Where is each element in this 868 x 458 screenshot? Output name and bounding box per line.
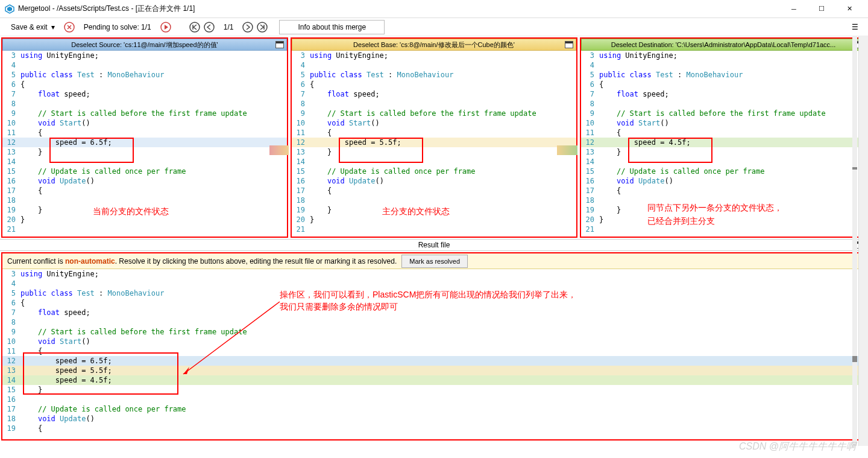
chevron-down-icon: ▾ bbox=[51, 23, 55, 31]
maximize-pane-icon[interactable] bbox=[565, 41, 573, 48]
save-exit-button[interactable]: Save & exit ▾ bbox=[5, 21, 61, 34]
result-header: Result file bbox=[0, 239, 868, 251]
base-header-label: Deselect Base: 'cs:8@/main/修改最后一个Cube的颜色… bbox=[353, 40, 515, 49]
info-merge-button[interactable]: Info about this merge bbox=[279, 20, 385, 34]
minimize-button[interactable]: ─ bbox=[780, 0, 808, 18]
conflict-type: non-automatic bbox=[65, 257, 115, 266]
conflict-message: Current conflict is non-automatic. Resol… bbox=[7, 257, 397, 266]
next-icon[interactable] bbox=[242, 21, 254, 33]
dest-pane: Deselect Destination: 'C:\Users\Administ… bbox=[580, 37, 867, 238]
base-header[interactable]: Deselect Base: 'cs:8@/main/修改最后一个Cube的颜色… bbox=[292, 39, 576, 51]
window-titlebar: Mergetool - /Assets/Scripts/Test.cs - [正… bbox=[0, 0, 868, 18]
mark-resolved-button[interactable]: Mark as resolved bbox=[401, 255, 468, 268]
svg-point-6 bbox=[243, 22, 253, 32]
close-circle-icon[interactable] bbox=[63, 21, 75, 33]
play-icon[interactable] bbox=[160, 21, 172, 33]
svg-point-7 bbox=[257, 22, 267, 32]
base-code[interactable]: 3using UnityEngine;45public class Test :… bbox=[292, 51, 576, 237]
result-code[interactable]: 3using UnityEngine;45public class Test :… bbox=[2, 269, 866, 439]
source-code[interactable]: 3using UnityEngine;45public class Test :… bbox=[2, 51, 287, 237]
scroll-minimap[interactable] bbox=[852, 36, 857, 446]
dest-code[interactable]: 3using UnityEngine;45public class Test :… bbox=[581, 51, 866, 237]
pending-label: Pending to solve: 1/1 bbox=[78, 21, 157, 34]
scrollbar-vertical[interactable] bbox=[858, 36, 868, 446]
last-icon[interactable] bbox=[256, 21, 268, 33]
conflict-bar: Current conflict is non-automatic. Resol… bbox=[2, 253, 866, 269]
close-button[interactable]: ✕ bbox=[835, 0, 863, 18]
dest-header[interactable]: Deselect Destination: 'C:\Users\Administ… bbox=[581, 39, 866, 51]
hamburger-icon[interactable]: ☰ bbox=[847, 21, 863, 34]
maximize-button[interactable]: ☐ bbox=[808, 0, 835, 18]
svg-marker-1 bbox=[7, 7, 12, 11]
source-header[interactable]: Deselect Source: 'cs:11@/main/增加speed的的值… bbox=[2, 39, 287, 51]
result-header-label: Result file bbox=[418, 241, 450, 249]
base-pane: Deselect Base: 'cs:8@/main/修改最后一个Cube的颜色… bbox=[291, 37, 577, 238]
app-logo-icon bbox=[5, 4, 14, 14]
prev-icon[interactable] bbox=[203, 21, 215, 33]
first-icon[interactable] bbox=[189, 21, 201, 33]
maximize-pane-icon[interactable] bbox=[275, 41, 284, 48]
svg-point-5 bbox=[204, 22, 214, 32]
main-toolbar: Save & exit ▾ Pending to solve: 1/1 1/1 … bbox=[0, 18, 868, 36]
save-exit-label: Save & exit bbox=[11, 23, 48, 31]
watermark: CSDN @阿牛牛牛牛牛牛啊 bbox=[739, 441, 856, 453]
result-pane: Current conflict is non-automatic. Resol… bbox=[1, 252, 867, 441]
window-title: Mergetool - /Assets/Scripts/Test.cs - [正… bbox=[18, 4, 780, 14]
merge-panes: Deselect Source: 'cs:11@/main/增加speed的的值… bbox=[0, 36, 868, 239]
dest-header-label: Deselect Destination: 'C:\Users\Administ… bbox=[611, 41, 836, 48]
source-header-label: Deselect Source: 'cs:11@/main/增加speed的的值… bbox=[71, 40, 218, 49]
position-label: 1/1 bbox=[218, 21, 240, 34]
source-pane: Deselect Source: 'cs:11@/main/增加speed的的值… bbox=[1, 37, 288, 238]
svg-point-4 bbox=[190, 22, 200, 32]
